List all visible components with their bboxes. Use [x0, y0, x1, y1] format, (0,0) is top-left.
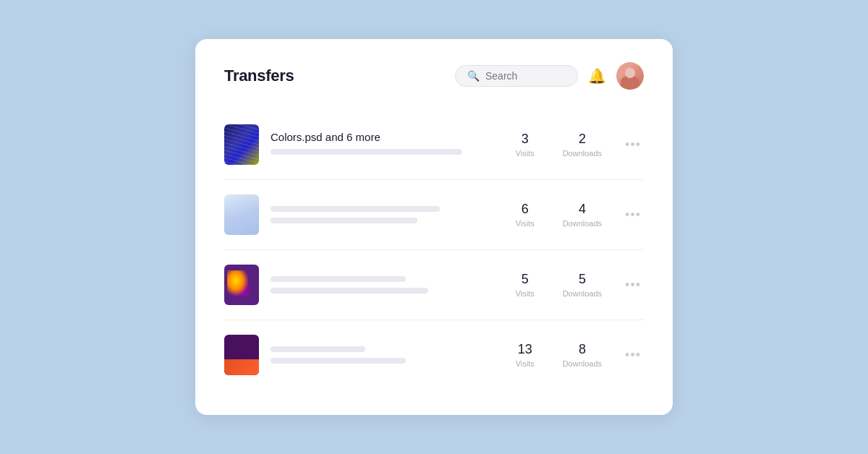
downloads-number-4: 8: [563, 342, 602, 358]
header-right: 🔍 🔔: [455, 62, 644, 90]
item-stats-1: 3 Visits 2 Downloads •••: [508, 132, 644, 158]
search-input[interactable]: [485, 70, 566, 82]
thumbnail-4: [224, 335, 259, 375]
thumbnail-3: [224, 265, 259, 305]
search-bar[interactable]: 🔍: [455, 65, 578, 87]
page-title: Transfers: [224, 67, 294, 85]
item-info-2: [271, 206, 496, 223]
thumbnail-1: [224, 124, 259, 165]
item-stats-4: 13 Visits 8 Downloads •••: [508, 342, 644, 368]
transfer-list: Colors.psd and 6 more 3 Visits 2 Downloa…: [224, 110, 644, 390]
downloads-number-3: 5: [563, 272, 602, 288]
visits-number-2: 6: [508, 202, 542, 218]
more-button-4[interactable]: •••: [622, 345, 644, 366]
transfer-item-3: 5 Visits 5 Downloads •••: [224, 250, 644, 320]
visits-label-2: Visits: [508, 219, 542, 228]
item-stats-3: 5 Visits 5 Downloads •••: [508, 272, 644, 298]
more-button-2[interactable]: •••: [622, 205, 644, 226]
item-stats-2: 6 Visits 4 Downloads •••: [508, 202, 644, 228]
subtitle-bar-1a: [271, 149, 462, 155]
downloads-stat-4: 8 Downloads: [563, 342, 602, 368]
item-info-1: Colors.psd and 6 more: [271, 131, 496, 159]
transfer-item-4: 13 Visits 8 Downloads •••: [224, 320, 644, 390]
downloads-label-2: Downloads: [563, 219, 602, 228]
visits-stat-3: 5 Visits: [508, 272, 542, 298]
downloads-stat-3: 5 Downloads: [563, 272, 602, 298]
downloads-label-1: Downloads: [563, 149, 602, 158]
visits-label-1: Visits: [508, 149, 542, 158]
downloads-stat-2: 4 Downloads: [563, 202, 602, 228]
item-info-3: [271, 276, 496, 294]
subtitle-bar-2a: [271, 206, 440, 212]
transfer-item-2: 6 Visits 4 Downloads •••: [224, 180, 644, 250]
more-button-1[interactable]: •••: [622, 134, 644, 155]
visits-stat-4: 13 Visits: [508, 342, 542, 368]
avatar[interactable]: [616, 62, 644, 90]
subtitle-bar-3a: [271, 276, 406, 282]
visits-label-4: Visits: [508, 359, 542, 368]
item-info-4: [271, 346, 496, 364]
item-title-1: Colors.psd and 6 more: [271, 131, 496, 143]
subtitle-bar-2b: [271, 218, 417, 223]
visits-number-4: 13: [508, 342, 542, 358]
visits-number-3: 5: [508, 272, 542, 288]
downloads-number-1: 2: [563, 132, 602, 147]
visits-stat-1: 3 Visits: [508, 132, 542, 158]
subtitle-bar-4b: [271, 358, 406, 364]
subtitle-bar-4a: [271, 346, 365, 352]
bell-icon[interactable]: 🔔: [588, 67, 606, 85]
downloads-stat-1: 2 Downloads: [563, 132, 602, 158]
search-icon: 🔍: [467, 70, 480, 82]
visits-number-1: 3: [508, 132, 542, 147]
downloads-label-4: Downloads: [563, 359, 602, 368]
thumbnail-2: [224, 194, 259, 235]
subtitle-bar-3b: [271, 288, 428, 294]
visits-stat-2: 6 Visits: [508, 202, 542, 228]
main-card: Transfers 🔍 🔔 Colors.psd and 6 more 3: [195, 39, 673, 415]
more-button-3[interactable]: •••: [622, 275, 644, 296]
downloads-label-3: Downloads: [563, 289, 602, 298]
downloads-number-2: 4: [563, 202, 602, 218]
transfer-item: Colors.psd and 6 more 3 Visits 2 Downloa…: [224, 110, 644, 180]
visits-label-3: Visits: [508, 289, 542, 298]
header: Transfers 🔍 🔔: [224, 62, 644, 90]
